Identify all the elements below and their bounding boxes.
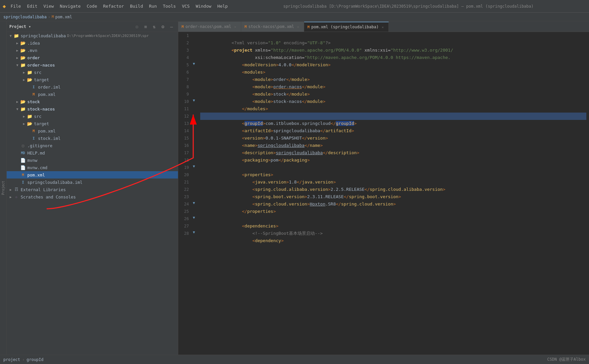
tree-item-order-iml[interactable]: ▶ I order.iml	[7, 83, 178, 91]
sidebar-locate-btn[interactable]: ☉	[133, 23, 141, 30]
breadcrumb-project[interactable]: springcloudalibaba	[3, 15, 47, 19]
tab-close-order[interactable]: ✕	[233, 24, 238, 29]
status-bar-path: project › groupId	[3, 357, 43, 362]
menu-view[interactable]: View	[41, 2, 56, 10]
tree-item-src-stock[interactable]: ▶ 📁 src	[7, 113, 178, 120]
gutter-fold-19[interactable]: ▼	[192, 164, 196, 169]
tab-label-root: pom.xml (springcloudalibaba)	[311, 25, 378, 29]
tree-arrow-target-stock: ▶	[21, 121, 27, 126]
gutter-fold-5[interactable]: ▼	[192, 61, 196, 66]
tab-icon-order: M	[182, 25, 184, 29]
code-lines[interactable]: <?xml version="1.0" encoding="UTF-8"?> <…	[198, 32, 589, 355]
menu-navigate[interactable]: Navigate	[57, 2, 84, 10]
tree-arrow-ext-libs: ▶	[8, 187, 13, 192]
menu-run[interactable]: Run	[146, 2, 159, 10]
file-icon-mvnwcmd: 📄	[20, 165, 26, 171]
tree-item-root[interactable]: ▼ 📁 springcloudalibaba D:\ProgramWorkSpa…	[7, 32, 178, 39]
tree-item-gitignore[interactable]: ▶ ▢ .gitignore	[7, 142, 178, 149]
tree-label-ext-libs: External Libraries	[21, 187, 66, 192]
tree-spacer-mvnw: ▶	[15, 158, 20, 163]
tree-label-mvnw: mvnw	[27, 158, 37, 163]
tree-item-stock[interactable]: ▶ 📂 stock	[7, 98, 178, 105]
sidebar-settings-btn[interactable]: ⚙	[159, 23, 167, 30]
sidebar-hide-btn[interactable]: —	[168, 23, 175, 30]
tree-label-order-iml: order.iml	[38, 85, 61, 90]
sidebar-sort-btn[interactable]: ⇅	[151, 23, 158, 30]
menu-window[interactable]: Window	[193, 2, 214, 10]
tab-order-pom[interactable]: M order-nacos\pom.xml ✕	[178, 22, 241, 32]
sidebar: Project ▾ ☉ ≡ ⇅ ⚙ — ▼ 📁 springcloudaliba…	[7, 21, 178, 355]
menu-bar: File Edit View Navigate Code Refactor Bu…	[8, 2, 231, 10]
tab-label-stock: stock-nacos\pom.xml	[249, 24, 294, 29]
folder-icon-src-stock: 📁	[27, 113, 33, 119]
code-line-12: <groupId>com.itbluebox.springcloud</grou…	[200, 113, 586, 120]
xml-icon-root-pom: M	[20, 172, 26, 178]
menu-edit[interactable]: Edit	[24, 2, 40, 10]
tree-item-root-iml[interactable]: ▶ I springcloudalibaba.iml	[7, 179, 178, 186]
tree-item-mvn[interactable]: ▶ 📂 .mvn	[7, 47, 178, 54]
gutter-fold-28[interactable]: ▼	[192, 230, 196, 234]
tree-item-src-order[interactable]: ▶ 📁 src	[7, 69, 178, 76]
tree-item-scratches[interactable]: ▶ ☆ Scratches and Consoles	[7, 193, 178, 200]
editor-content[interactable]: 1 2 3 4 5 6 7 8 9 10 11 12 13 14 15 16 1	[178, 32, 589, 355]
tree-label-stock: stock	[27, 99, 40, 104]
tree-label-helpmd: HELP.md	[27, 151, 45, 156]
menu-build[interactable]: Build	[127, 2, 146, 10]
tree-arrow-mvn: ▶	[15, 48, 20, 53]
tree-item-pom-root[interactable]: ▶ M pom.xml	[7, 171, 178, 179]
tree-arrow-stock-nacos: ▼	[15, 106, 20, 112]
tree-item-stock-nacos[interactable]: ▼ 📁 stock-nacos	[7, 105, 178, 113]
gutter-fold-24[interactable]: ▼	[192, 200, 196, 205]
tree-item-mvnw[interactable]: ▶ 📄 mvnw	[7, 157, 178, 164]
menu-vcs[interactable]: VCS	[179, 2, 192, 10]
tab-root-pom[interactable]: M pom.xml (springcloudalibaba) ✕	[304, 22, 389, 32]
tab-close-stock[interactable]: ✕	[296, 24, 300, 29]
tree-label-stock-nacos: stock-nacos	[27, 107, 55, 112]
sidebar-collapse-btn[interactable]: ≡	[142, 23, 149, 30]
gutter-fold-26[interactable]: ▼	[192, 215, 196, 220]
menu-code[interactable]: Code	[84, 2, 100, 10]
menu-refactor[interactable]: Refactor	[101, 2, 127, 10]
tree-label-mvnwcmd: mvnw.cmd	[27, 165, 47, 170]
tree-label-src-order: src	[34, 70, 42, 75]
sidebar-header: Project ▾ ☉ ≡ ⇅ ⚙ —	[7, 21, 178, 32]
tree-spacer-helpmd: ▶	[15, 150, 20, 156]
panel-label-text: Project	[1, 181, 5, 195]
folder-icon-stock-nacos: 📁	[20, 106, 26, 112]
tree-item-target-order[interactable]: ▶ 📂 target	[7, 76, 178, 83]
folder-icon-idea: 📂	[20, 40, 26, 46]
tree-item-idea[interactable]: ▶ 📂 .idea	[7, 39, 178, 47]
tree-arrow-stock: ▶	[15, 99, 20, 104]
tree-item-mvnwcmd[interactable]: ▶ 📄 mvnw.cmd	[7, 164, 178, 171]
tree-item-ext-libs[interactable]: ▶ ☶ External Libraries	[7, 186, 178, 193]
tree-arrow-target-order: ▶	[21, 77, 27, 82]
lib-icon: ☶	[13, 186, 19, 192]
menu-file[interactable]: File	[8, 2, 24, 10]
tree-label-order-nacos: order-nacos	[27, 63, 55, 68]
tree-label-target-order: target	[34, 77, 49, 82]
tree-item-order[interactable]: ▶ 📂 order	[7, 54, 178, 61]
sidebar-title: Project ▾	[9, 24, 131, 29]
breadcrumb-file[interactable]: pom.xml	[55, 15, 72, 19]
menu-help[interactable]: Help	[215, 2, 230, 10]
tree-spacer-gitignore: ▶	[15, 143, 20, 148]
tree-item-helpmd[interactable]: ▶ MD HELP.md	[7, 149, 178, 157]
tree-arrow-root: ▼	[8, 33, 13, 38]
tab-stock-pom[interactable]: M stock-nacos\pom.xml ✕	[241, 22, 304, 32]
tree-label-pom-root: pom.xml	[27, 173, 45, 178]
tree-item-pom-stock[interactable]: ▶ M pom.xml	[7, 127, 178, 135]
tree-arrow-src-order: ▶	[21, 70, 27, 75]
tab-close-root[interactable]: ✕	[380, 25, 385, 29]
tree-arrow-order: ▶	[15, 55, 20, 60]
gutter-fold-10[interactable]: ▼	[192, 98, 196, 103]
menu-tools[interactable]: Tools	[160, 2, 179, 10]
tree-item-target-stock[interactable]: ▶ 📂 target	[7, 120, 178, 127]
tree-item-pom-order[interactable]: ▶ M pom.xml	[7, 91, 178, 98]
iml-icon-stock: I	[31, 135, 37, 141]
tree-spacer-order-iml: ▶	[25, 84, 31, 90]
breadcrumb-bar: springcloudalibaba › M pom.xml	[0, 13, 589, 21]
tree-item-order-nacos[interactable]: ▼ 📁 order-nacos	[7, 61, 178, 69]
breadcrumb-icon-xml: M	[52, 15, 54, 19]
tree-item-stock-iml[interactable]: ▶ I stock.iml	[7, 135, 178, 142]
tree-arrow-scratches: ▶	[8, 194, 13, 199]
